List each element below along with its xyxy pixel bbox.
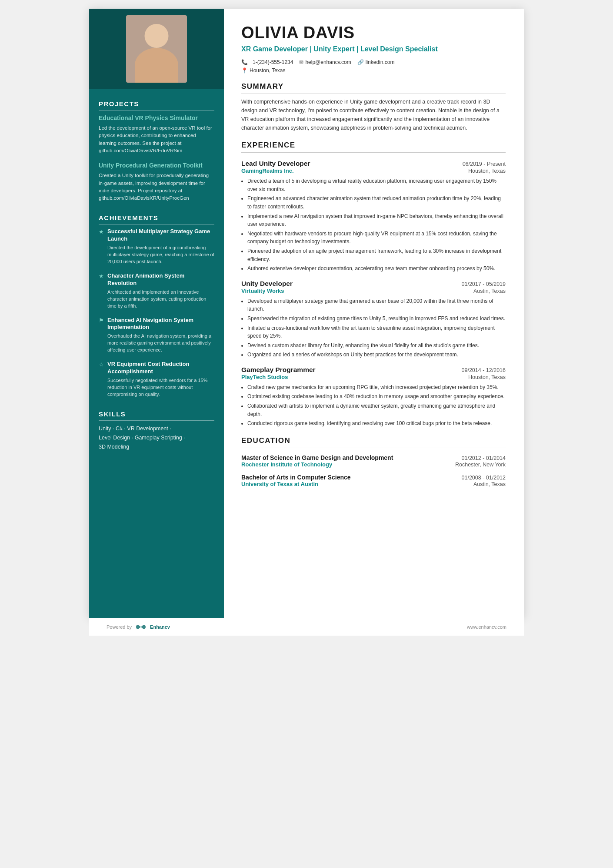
achievements-section: ACHIEVEMENTS ★ Successful Multiplayer St…	[99, 214, 214, 398]
email-item: ✉ help@enhancv.com	[299, 59, 351, 65]
powered-by: Powered by Enhancv	[107, 623, 170, 630]
bullet: Authored extensive developer documentati…	[247, 265, 506, 273]
location-text: Houston, Texas	[250, 67, 286, 74]
powered-by-text: Powered by	[107, 624, 132, 630]
email-text: help@enhancv.com	[305, 59, 351, 65]
achievement-2-desc: Architected and implemented an innovativ…	[107, 289, 214, 310]
bullet: Initiated a cross-functional workflow wi…	[247, 324, 506, 340]
job-1-company: GamingRealms Inc.	[241, 168, 294, 174]
achievement-2: ★ Character Animation System Revolution …	[99, 272, 214, 310]
flag-icon: ⚑	[99, 317, 104, 354]
job-1: Lead Unity Developer 06/2019 - Present G…	[241, 160, 506, 273]
project-2-title: Unity Procedural Generation Toolkit	[99, 161, 214, 169]
job-1-header: Lead Unity Developer 06/2019 - Present	[241, 160, 506, 168]
main-content: OLIVIA DAVIS XR Game Developer | Unity E…	[224, 9, 524, 618]
edu-1-header: Master of Science in Game Design and Dev…	[241, 454, 506, 461]
star-outline-icon: ☆	[99, 361, 104, 398]
footer-website: www.enhancv.com	[467, 624, 506, 630]
edu-2-school-row: University of Texas at Austin Austin, Te…	[241, 481, 506, 487]
edu-2-dates: 01/2008 - 01/2012	[462, 475, 506, 481]
candidate-title: XR Game Developer | Unity Expert | Level…	[241, 44, 506, 54]
job-3-location: Houston, Texas	[468, 374, 506, 380]
job-3-company: PlayTech Studios	[241, 374, 288, 380]
edu-2-header: Bachelor of Arts in Computer Science 01/…	[241, 474, 506, 481]
edu-2-degree: Bachelor of Arts in Computer Science	[241, 474, 351, 481]
skills-section: SKILLS Unity · C# · VR Development · Lev…	[99, 410, 214, 452]
edu-1: Master of Science in Game Design and Dev…	[241, 454, 506, 468]
star-icon-2: ★	[99, 273, 104, 310]
achievement-4-title: VR Equipment Cost Reduction Accomplishme…	[107, 361, 214, 375]
project-1: Educational VR Physics Simulator Led the…	[99, 114, 214, 154]
bullet: Pioneered the adoption of an agile proje…	[247, 247, 506, 263]
job-2-title: Unity Developer	[241, 280, 293, 288]
enhancv-logo-icon	[134, 623, 147, 630]
achievement-1-desc: Directed the development of a groundbrea…	[107, 245, 214, 265]
edu-1-dates: 01/2012 - 01/2014	[462, 455, 506, 461]
job-2-dates: 01/2017 - 05/2019	[462, 281, 506, 287]
job-2-bullets: Developed a multiplayer strategy game th…	[241, 297, 506, 359]
page-footer: Powered by Enhancv www.enhancv.com	[89, 618, 524, 636]
edu-1-location: Rochester, New York	[455, 462, 506, 468]
project-1-desc: Led the development of an open-source VR…	[99, 124, 214, 154]
website-item: 🔗 linkedin.com	[357, 59, 395, 65]
bullet: Directed a team of 5 in developing a vir…	[247, 177, 506, 193]
job-1-location: Houston, Texas	[468, 168, 506, 174]
job-3-bullets: Crafted new game mechanics for an upcomi…	[241, 383, 506, 428]
edu-2-location: Austin, Texas	[473, 481, 506, 487]
job-2-location: Austin, Texas	[473, 288, 506, 294]
achievement-3: ⚑ Enhanced AI Navigation System Implemen…	[99, 317, 214, 354]
resume-header: OLIVIA DAVIS XR Game Developer | Unity E…	[241, 24, 506, 74]
job-2-header: Unity Developer 01/2017 - 05/2019	[241, 280, 506, 288]
projects-section: PROJECTS Educational VR Physics Simulato…	[99, 100, 214, 202]
achievement-3-desc: Overhauled the AI navigation system, pro…	[107, 333, 214, 354]
job-1-dates: 06/2019 - Present	[463, 161, 506, 167]
education-section-title: EDUCATION	[241, 436, 506, 448]
job-1-company-row: GamingRealms Inc. Houston, Texas	[241, 168, 506, 174]
bullet: Organized and led a series of workshops …	[247, 351, 506, 359]
job-3-dates: 09/2014 - 12/2016	[462, 367, 506, 373]
edu-1-school: Rochester Institute of Technology	[241, 461, 332, 468]
edu-1-degree: Master of Science in Game Design and Dev…	[241, 454, 393, 461]
job-3-company-row: PlayTech Studios Houston, Texas	[241, 374, 506, 380]
phone-item: 📞 +1-(234)-555-1234	[241, 59, 293, 65]
edu-2-school: University of Texas at Austin	[241, 481, 318, 487]
achievement-2-title: Character Animation System Revolution	[107, 272, 214, 287]
bullet: Negotiated with hardware vendors to proc…	[247, 230, 506, 246]
experience-section-title: EXPERIENCE	[241, 141, 506, 153]
edu-1-school-row: Rochester Institute of Technology Roches…	[241, 461, 506, 468]
project-1-title: Educational VR Physics Simulator	[99, 114, 214, 122]
achievements-title: ACHIEVEMENTS	[99, 214, 214, 225]
bullet: Engineered an advanced character animati…	[247, 194, 506, 211]
brand-name: Enhancv	[150, 624, 170, 630]
summary-section-title: SUMMARY	[241, 82, 506, 94]
job-2-company-row: Virtuality Works Austin, Texas	[241, 288, 506, 294]
job-3-header: Gameplay Programmer 09/2014 - 12/2016	[241, 366, 506, 374]
star-icon-1: ★	[99, 228, 104, 265]
skills-line-2: Level Design · Gameplay Scripting ·	[99, 433, 214, 442]
job-1-title: Lead Unity Developer	[241, 160, 310, 168]
bullet: Optimized existing codebase leading to a…	[247, 392, 506, 401]
location-row: 📍 Houston, Texas	[241, 67, 506, 74]
photo-area	[89, 9, 224, 89]
avatar	[126, 15, 187, 83]
achievement-4-desc: Successfully negotiated with vendors for…	[107, 377, 214, 398]
website-text: linkedin.com	[366, 59, 395, 65]
job-3: Gameplay Programmer 09/2014 - 12/2016 Pl…	[241, 366, 506, 428]
bullet: Implemented a new AI navigation system t…	[247, 212, 506, 228]
job-2: Unity Developer 01/2017 - 05/2019 Virtua…	[241, 280, 506, 359]
job-3-title: Gameplay Programmer	[241, 366, 316, 374]
phone-text: +1-(234)-555-1234	[250, 59, 293, 65]
link-icon: 🔗	[357, 59, 364, 65]
projects-title: PROJECTS	[99, 100, 214, 111]
job-2-company: Virtuality Works	[241, 288, 284, 294]
edu-2: Bachelor of Arts in Computer Science 01/…	[241, 474, 506, 487]
achievement-1-title: Successful Multiplayer Strategy Game Lau…	[107, 228, 214, 243]
bullet: Conducted rigorous game testing, identif…	[247, 419, 506, 428]
skills-line-1: Unity · C# · VR Development ·	[99, 424, 214, 433]
bullet: Developed a multiplayer strategy game th…	[247, 297, 506, 313]
contact-row: 📞 +1-(234)-555-1234 ✉ help@enhancv.com 🔗…	[241, 59, 506, 65]
project-2: Unity Procedural Generation Toolkit Crea…	[99, 161, 214, 202]
phone-icon: 📞	[241, 59, 248, 65]
email-icon: ✉	[299, 59, 303, 65]
achievement-1: ★ Successful Multiplayer Strategy Game L…	[99, 228, 214, 265]
